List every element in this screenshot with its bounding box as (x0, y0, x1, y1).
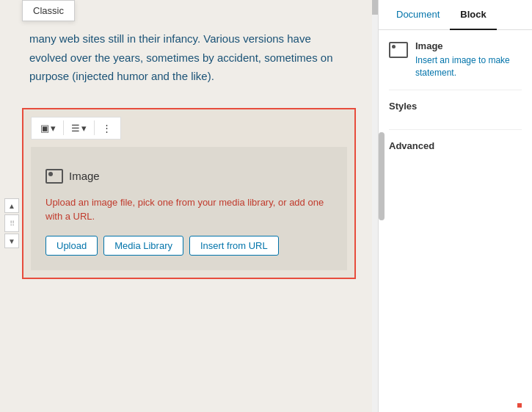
classic-label: Classic (33, 5, 64, 16)
upload-button[interactable]: Upload (45, 236, 98, 256)
more-icon: ⋮ (102, 123, 112, 134)
block-info-icon (389, 42, 408, 58)
classic-dropdown[interactable]: Classic (22, 0, 75, 21)
block-info-title: Image (415, 40, 522, 51)
block-info-text: Image Insert an image to make statement. (415, 40, 522, 79)
align-dropdown-arrow: ▾ (81, 123, 87, 134)
align-button[interactable]: ☰ ▾ (67, 120, 91, 137)
sidebar: Document Block Image Insert an image to … (378, 0, 532, 412)
editor-scrollbar[interactable] (372, 0, 378, 412)
image-upload-area: Image Upload an image file, pick one fro… (31, 147, 347, 270)
move-down-button[interactable]: ▼ (4, 234, 19, 248)
block-info-description: Insert an image to make statement. (415, 54, 522, 79)
block-toolbar: ▣ ▾ ☰ ▾ ⋮ (31, 117, 121, 140)
red-dot-indicator (517, 403, 522, 408)
block-controls: ▲ ⠿ ▼ (4, 198, 19, 248)
upload-description: Upload an image file, pick one from your… (45, 195, 332, 224)
tab-document[interactable]: Document (386, 0, 450, 30)
tab-block[interactable]: Block (450, 0, 496, 30)
advanced-section: Advanced (389, 140, 522, 151)
editor-scrollbar-thumb (372, 0, 378, 15)
advanced-title: Advanced (389, 140, 522, 151)
toolbar-divider-1 (63, 120, 64, 135)
image-dropdown-arrow: ▾ (51, 123, 56, 134)
sidebar-tabs: Document Block (379, 0, 532, 30)
editor-area: Classic many web sites still in their in… (0, 0, 378, 412)
more-options-button[interactable]: ⋮ (98, 120, 116, 137)
image-block-title: Image (69, 170, 100, 182)
move-up-button[interactable]: ▲ (4, 198, 19, 213)
sidebar-content: Image Insert an image to make statement.… (379, 30, 532, 412)
image-toolbar-icon: ▣ (40, 123, 49, 134)
align-icon: ☰ (71, 123, 80, 134)
image-block-wrapper: ▣ ▾ ☰ ▾ ⋮ Image Upload an image file, pi… (22, 108, 356, 279)
block-info: Image Insert an image to make statement. (389, 40, 522, 90)
tab-document-label: Document (396, 9, 440, 20)
toolbar-divider-2 (94, 120, 95, 135)
tab-block-label: Block (460, 9, 486, 20)
media-library-button[interactable]: Media Library (103, 236, 183, 256)
editor-text: many web sites still in their infancy. V… (29, 29, 349, 86)
image-placeholder-icon (45, 169, 63, 184)
upload-buttons: Upload Media Library Insert from URL (45, 236, 279, 256)
styles-section: Styles (389, 101, 522, 130)
image-type-button[interactable]: ▣ ▾ (36, 120, 60, 137)
sidebar-scrollbar-thumb (379, 132, 385, 220)
insert-url-button[interactable]: Insert from URL (189, 236, 279, 256)
drag-handle[interactable]: ⠿ (4, 214, 19, 232)
image-icon-title: Image (45, 169, 100, 184)
styles-title: Styles (389, 101, 522, 112)
